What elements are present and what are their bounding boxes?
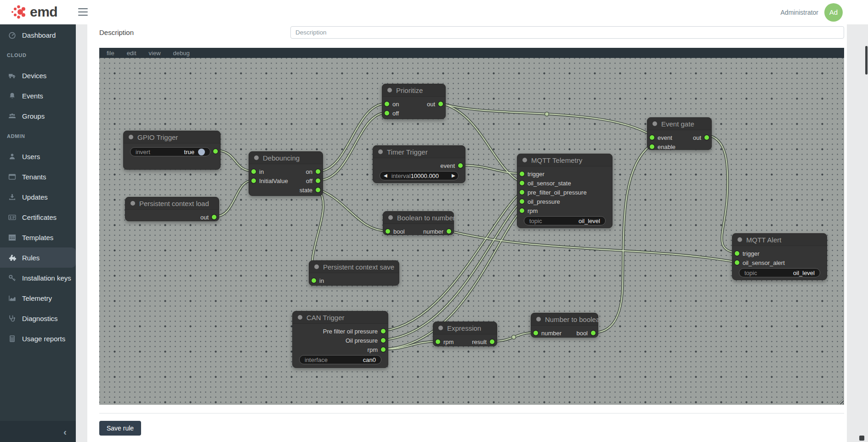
- vertical-scrollbar-thumb[interactable]: [865, 46, 868, 75]
- sidebar-item-usage-reports[interactable]: Usage reports: [0, 328, 76, 349]
- node-collapse-dot[interactable]: [254, 155, 259, 160]
- node-mqtt-alert[interactable]: MQTT Alert trigger oil_sensor_alert topi…: [732, 233, 827, 280]
- sidebar-item-telemetry[interactable]: Telemetry: [0, 288, 76, 308]
- node-title: Persistent context save: [323, 263, 394, 271]
- node-mqtt-telemetry[interactable]: MQTT Telemetry trigger oil_sensor_state …: [517, 154, 613, 228]
- output-port-number[interactable]: number: [423, 228, 454, 235]
- sidebar-item-templates[interactable]: Templates: [0, 227, 76, 247]
- node-gpio-trigger[interactable]: GPIO Trigger invert true: [123, 131, 221, 170]
- node-collapse-dot[interactable]: [738, 237, 742, 242]
- sidebar-item-diagnostics[interactable]: Diagnostics: [0, 308, 76, 328]
- node-collapse-dot[interactable]: [129, 135, 133, 139]
- wire-junction-dot[interactable]: [512, 335, 516, 339]
- menu-file[interactable]: file: [101, 50, 121, 57]
- sidebar-item-groups[interactable]: Groups: [0, 106, 76, 126]
- save-rule-button[interactable]: Save rule: [99, 421, 141, 436]
- toggle-knob[interactable]: [198, 149, 205, 155]
- topic-text-widget[interactable]: topic oil_level: [739, 268, 820, 277]
- output-port-off[interactable]: off: [306, 178, 323, 184]
- description-input[interactable]: [290, 26, 844, 39]
- output-port-out[interactable]: out: [200, 214, 219, 221]
- description-row: Description: [99, 26, 844, 39]
- output-port-bool[interactable]: bool: [576, 330, 598, 337]
- stepper-right-arrow-icon[interactable]: ▶: [452, 173, 455, 178]
- sidebar-collapse-button[interactable]: ‹: [0, 421, 76, 442]
- topic-text-widget[interactable]: topic oil_level: [524, 216, 606, 225]
- input-port-in[interactable]: in: [309, 277, 324, 284]
- sidebar-item-certificates[interactable]: Certificates: [0, 207, 76, 227]
- hamburger-menu-icon[interactable]: [78, 8, 88, 16]
- sidebar-item-users[interactable]: Users: [0, 146, 76, 166]
- node-prioritize[interactable]: Prioritize on out off: [382, 84, 446, 119]
- node-boolean-to-number[interactable]: Boolean to number bool number: [383, 211, 454, 235]
- input-port-event[interactable]: event: [647, 134, 672, 141]
- menu-edit[interactable]: edit: [121, 50, 143, 57]
- node-collapse-dot[interactable]: [314, 264, 319, 269]
- node-collapse-dot[interactable]: [378, 149, 383, 154]
- input-port-oil-sensor-alert[interactable]: oil_sensor_alert: [732, 259, 785, 266]
- node-collapse-dot[interactable]: [387, 88, 392, 92]
- output-port-out[interactable]: out: [693, 134, 711, 141]
- input-port-number[interactable]: number: [531, 330, 562, 337]
- input-port-rpm[interactable]: rpm: [433, 339, 454, 345]
- node-event-gate[interactable]: Event gate event out enable: [647, 117, 712, 150]
- output-port-result[interactable]: result: [472, 339, 497, 345]
- interval-stepper-widget[interactable]: ◀ interval 10000.000 ▶: [380, 171, 459, 180]
- top-bar: emd Administrator Ad: [0, 0, 868, 24]
- input-port-pre-filter-oil-pressure[interactable]: pre_filter_oil_pressure: [517, 189, 587, 196]
- node-collapse-dot[interactable]: [652, 121, 657, 126]
- output-port-state[interactable]: state: [300, 187, 323, 194]
- node-collapse-dot[interactable]: [522, 158, 527, 162]
- node-timer-trigger[interactable]: Timer Trigger event ◀ interval 10000.000…: [373, 145, 465, 183]
- menu-debug[interactable]: debug: [167, 50, 196, 57]
- node-persistent-context-load[interactable]: Persistent context load out: [125, 197, 219, 221]
- input-port-trigger[interactable]: trigger: [517, 171, 545, 178]
- output-port-on[interactable]: on: [306, 168, 323, 175]
- menu-view[interactable]: view: [143, 50, 167, 57]
- sidebar-item-rules[interactable]: Rules: [0, 247, 76, 268]
- interface-text-widget[interactable]: interface can0: [299, 355, 381, 364]
- node-persistent-context-save[interactable]: Persistent context save in: [309, 260, 399, 286]
- node-can-trigger[interactable]: CAN Trigger Pre filter oil pressure Oil …: [292, 311, 388, 368]
- wire-junction-dot[interactable]: [545, 112, 549, 116]
- output-port-out[interactable]: out: [427, 101, 445, 108]
- node-expression[interactable]: Expression rpm result: [433, 321, 497, 346]
- node-collapse-dot[interactable]: [438, 326, 443, 330]
- node-debouncing[interactable]: Debouncing in on InitialValue off state: [249, 151, 323, 196]
- input-port-on[interactable]: on: [382, 101, 399, 108]
- input-port-trigger[interactable]: trigger: [732, 250, 760, 257]
- input-port-off[interactable]: off: [382, 110, 399, 117]
- input-port-initialvalue[interactable]: InitialValue: [249, 178, 288, 184]
- input-port-oil-sensor-state[interactable]: oil_sensor_state: [517, 180, 571, 187]
- node-collapse-dot[interactable]: [130, 201, 135, 206]
- node-title: MQTT Alert: [746, 236, 781, 244]
- stepper-left-arrow-icon[interactable]: ◀: [384, 173, 387, 178]
- input-port-in[interactable]: in: [249, 168, 264, 175]
- node-number-to-boolean[interactable]: Number to boolean number bool: [531, 313, 598, 338]
- output-port-dot[interactable]: [213, 149, 218, 154]
- node-title: CAN Trigger: [306, 314, 345, 321]
- node-title: Expression: [447, 324, 481, 332]
- output-port-oil-pressure[interactable]: Oil pressure: [346, 337, 388, 344]
- input-port-oil-pressure[interactable]: oil_pressure: [517, 198, 560, 205]
- output-port-rpm[interactable]: rpm: [368, 346, 388, 353]
- input-port-enable[interactable]: enable: [647, 144, 675, 150]
- input-port-rpm[interactable]: rpm: [517, 207, 538, 214]
- node-collapse-dot[interactable]: [388, 215, 393, 220]
- output-port-event[interactable]: event: [440, 162, 465, 169]
- rule-graph-canvas[interactable]: file edit view debug: [99, 48, 844, 405]
- scrollbar-corner[interactable]: [859, 436, 864, 441]
- input-port-bool[interactable]: bool: [383, 228, 405, 235]
- node-collapse-dot[interactable]: [536, 317, 541, 321]
- sidebar-item-devices[interactable]: Devices: [0, 65, 76, 86]
- sidebar-item-dashboard[interactable]: Dashboard: [0, 25, 76, 45]
- node-collapse-dot[interactable]: [298, 315, 302, 320]
- sidebar-item-updates[interactable]: Updates: [0, 187, 76, 207]
- avatar[interactable]: Ad: [824, 3, 843, 22]
- sidebar-item-events[interactable]: Events: [0, 86, 76, 106]
- invert-toggle-widget[interactable]: invert true: [130, 147, 210, 156]
- sidebar-item-installation-keys[interactable]: Installation keys: [0, 268, 76, 288]
- app-logo[interactable]: emd: [11, 5, 57, 19]
- output-port-pre-filter-oil-pressure[interactable]: Pre filter oil pressure: [323, 328, 388, 335]
- sidebar-item-tenants[interactable]: Tenants: [0, 166, 76, 187]
